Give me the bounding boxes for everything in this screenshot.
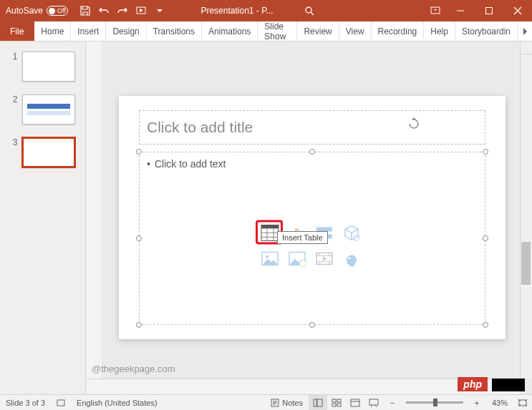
- thumbnail-number: 2: [11, 94, 18, 125]
- content-placeholder[interactable]: Click to add text: [139, 152, 485, 325]
- ribbon-tabs: File Home Insert Design Transitions Anim…: [0, 21, 532, 42]
- zoom-level[interactable]: 43%: [486, 395, 513, 410]
- ruler: [86, 42, 102, 379]
- thumbnail-2[interactable]: 2: [11, 94, 75, 125]
- normal-view-icon[interactable]: [309, 395, 327, 410]
- watermark-text: @thegeekpage.com: [92, 363, 175, 374]
- quick-access-toolbar: [77, 2, 168, 19]
- autosave-toggle[interactable]: AutoSave Off: [0, 6, 74, 16]
- rotate-handle-icon[interactable]: [407, 117, 420, 134]
- zoom-out-button[interactable]: −: [383, 395, 402, 410]
- svg-rect-3: [486, 8, 493, 14]
- language-indicator[interactable]: English (United States): [71, 395, 163, 410]
- accessibility-icon[interactable]: [51, 395, 71, 410]
- qat-more-button[interactable]: [151, 2, 168, 19]
- title-bar: AutoSave Off Presentation1 - P...: [0, 0, 532, 21]
- svg-rect-5: [261, 225, 279, 228]
- notes-label: Notes: [282, 399, 303, 407]
- zoom-in-button[interactable]: +: [468, 395, 486, 410]
- svg-rect-26: [337, 404, 341, 406]
- document-title: Presentation1 - P...: [200, 6, 273, 16]
- tab-transitions[interactable]: Transitions: [147, 21, 202, 41]
- insert-video-icon[interactable]: [314, 249, 335, 268]
- resize-handle[interactable]: [483, 322, 488, 328]
- search-icon[interactable]: [301, 2, 318, 19]
- svg-rect-25: [332, 404, 336, 406]
- slideshow-view-icon[interactable]: [364, 395, 383, 410]
- tab-home[interactable]: Home: [34, 21, 71, 41]
- ribbon-display-options-icon[interactable]: [425, 0, 446, 21]
- window-controls: [425, 0, 532, 21]
- thumb-content-bar: [27, 104, 70, 109]
- svg-point-16: [299, 260, 306, 267]
- thumbnail-number: 3: [11, 137, 18, 167]
- ribbon-overflow-icon[interactable]: [518, 21, 532, 41]
- vertical-scrollbar[interactable]: [520, 42, 532, 379]
- tab-animations[interactable]: Animations: [202, 21, 258, 41]
- minimize-button[interactable]: [446, 0, 475, 21]
- php-badge: php: [458, 377, 488, 391]
- tooltip: Insert Table: [277, 231, 328, 244]
- svg-rect-21: [314, 399, 316, 406]
- content-placeholder-text: Click to add text: [147, 158, 478, 170]
- reading-view-icon[interactable]: [346, 395, 364, 410]
- resize-handle[interactable]: [309, 322, 315, 328]
- svg-point-14: [266, 255, 269, 258]
- tab-review[interactable]: Review: [297, 21, 339, 41]
- maximize-button[interactable]: [475, 0, 503, 21]
- svg-rect-28: [369, 399, 378, 405]
- tab-design[interactable]: Design: [106, 21, 146, 41]
- tab-help[interactable]: Help: [424, 21, 455, 41]
- insert-picture-icon[interactable]: [259, 249, 281, 268]
- tab-insert[interactable]: Insert: [71, 21, 106, 41]
- svg-rect-22: [317, 399, 322, 406]
- thumbnail-number: 1: [11, 52, 18, 82]
- autosave-switch[interactable]: Off: [47, 6, 68, 16]
- thumbnail-1[interactable]: 1: [11, 52, 75, 82]
- save-button[interactable]: [77, 2, 94, 19]
- svg-rect-23: [332, 399, 336, 402]
- tab-file[interactable]: File: [0, 21, 34, 41]
- thumbnail-preview[interactable]: [22, 52, 75, 82]
- insert-3d-model-icon[interactable]: [341, 223, 362, 242]
- title-placeholder[interactable]: Click to add title: [139, 110, 485, 145]
- slide[interactable]: Click to add title Click to add text: [119, 96, 506, 339]
- scroll-thumb[interactable]: [521, 242, 531, 285]
- redo-button[interactable]: [114, 2, 131, 19]
- thumb-content-bar: [27, 111, 70, 115]
- tab-view[interactable]: View: [339, 21, 372, 41]
- thumbnail-3[interactable]: 3: [11, 137, 75, 167]
- close-button[interactable]: [503, 0, 532, 21]
- thumbnail-preview-selected[interactable]: [22, 137, 75, 167]
- autosave-label: AutoSave: [6, 6, 43, 16]
- content-insert-icons: [259, 223, 365, 270]
- notes-button[interactable]: Notes: [265, 395, 309, 410]
- slide-counter[interactable]: Slide 3 of 3: [0, 395, 51, 410]
- zoom-slider[interactable]: [406, 401, 463, 404]
- resize-handle[interactable]: [136, 322, 142, 328]
- insert-online-picture-icon[interactable]: [286, 249, 308, 268]
- thumbnail-preview[interactable]: [22, 94, 75, 125]
- resize-handle[interactable]: [483, 235, 488, 241]
- svg-rect-19: [57, 400, 64, 406]
- start-from-beginning-button[interactable]: [132, 2, 150, 19]
- resize-handle[interactable]: [483, 149, 488, 155]
- tab-slide-show[interactable]: Slide Show: [258, 21, 297, 41]
- insert-icon-icon[interactable]: [341, 249, 362, 268]
- toggle-knob: [49, 8, 55, 14]
- svg-rect-24: [337, 399, 341, 402]
- undo-button[interactable]: [95, 2, 112, 19]
- fit-to-window-icon[interactable]: [513, 395, 532, 410]
- title-placeholder-text: Click to add title: [147, 119, 253, 136]
- resize-handle[interactable]: [309, 149, 315, 155]
- svg-rect-27: [351, 399, 359, 406]
- resize-handle[interactable]: [136, 235, 142, 241]
- slide-sorter-view-icon[interactable]: [327, 395, 346, 410]
- black-badge: [492, 379, 525, 391]
- status-right-group: Notes − + 43%: [265, 395, 532, 410]
- resize-handle[interactable]: [136, 149, 142, 155]
- tab-recording[interactable]: Recording: [372, 21, 425, 41]
- slide-thumbnail-panel: 1 2 3: [0, 42, 86, 397]
- tab-storyboarding[interactable]: Storyboardin: [455, 21, 518, 41]
- svg-point-1: [306, 7, 311, 13]
